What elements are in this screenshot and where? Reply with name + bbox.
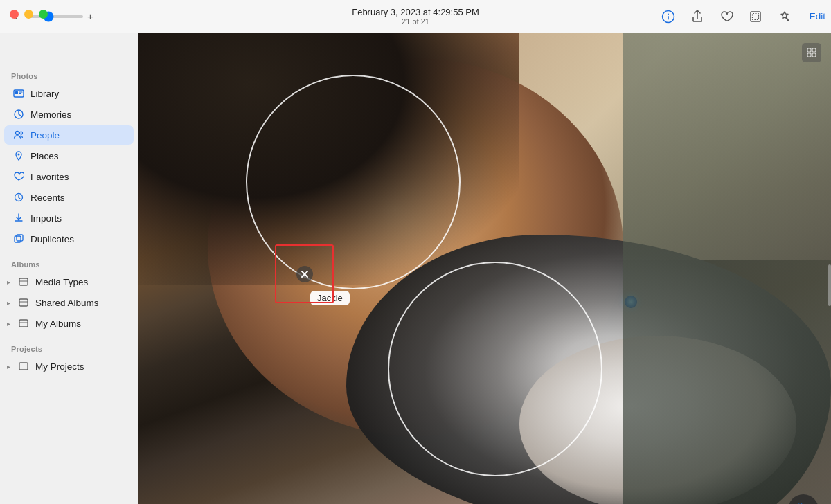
info-button[interactable] xyxy=(659,7,678,26)
minimize-button[interactable] xyxy=(24,10,33,19)
svg-rect-2 xyxy=(668,16,669,20)
share-button[interactable] xyxy=(688,7,707,26)
sidebar-item-favorites-label: Favorites xyxy=(30,172,125,182)
sidebar-item-memories[interactable]: Memories xyxy=(4,105,134,124)
maximize-button[interactable] xyxy=(39,10,48,19)
crop-button[interactable] xyxy=(746,7,765,26)
toolbar-right-actions: Edit xyxy=(659,7,831,26)
my-projects-chevron: ▸ xyxy=(7,363,10,370)
photo-count: 21 of 21 xyxy=(352,17,479,26)
photo-grid-icon[interactable] xyxy=(802,43,821,62)
zoom-plus-button[interactable]: + xyxy=(87,10,93,22)
my-albums-chevron: ▸ xyxy=(7,320,10,327)
sidebar-item-shared-albums-label: Shared Albums xyxy=(35,298,125,308)
sidebar-item-people-label: People xyxy=(30,130,125,141)
svg-rect-19 xyxy=(19,320,28,327)
svg-rect-4 xyxy=(752,13,758,19)
face-confirm-box[interactable] xyxy=(275,244,334,303)
svg-rect-26 xyxy=(812,53,816,57)
memories-icon xyxy=(12,108,25,120)
svg-point-1 xyxy=(668,13,669,15)
favorites-icon xyxy=(12,170,25,183)
svg-rect-18 xyxy=(19,299,28,306)
app-window: ‹ + February 3, 2023 at 4:29:55 PM 21 of… xyxy=(0,0,831,504)
sidebar-item-library-label: Library xyxy=(30,89,125,99)
favorite-button[interactable] xyxy=(717,7,736,26)
svg-rect-23 xyxy=(807,48,811,52)
sidebar-item-recents[interactable]: Recents xyxy=(4,188,134,207)
projects-section-label: Projects xyxy=(0,339,138,356)
sidebar-item-imports-label: Imports xyxy=(30,213,125,224)
enhance-button[interactable] xyxy=(775,7,794,26)
app-layout: Photos Library xyxy=(0,33,831,504)
svg-point-12 xyxy=(18,154,20,156)
sidebar-item-imports[interactable]: Imports xyxy=(4,208,134,228)
sidebar-item-my-albums-label: My Albums xyxy=(35,318,125,329)
titlebar: ‹ + February 3, 2023 at 4:29:55 PM 21 of… xyxy=(0,0,831,33)
sidebar-item-media-types-label: Media Types xyxy=(35,277,125,287)
media-types-chevron: ▸ xyxy=(7,278,10,286)
albums-section-label: Albums xyxy=(0,255,138,271)
sidebar: Photos Library xyxy=(0,33,138,504)
sidebar-item-my-projects-label: My Projects xyxy=(35,361,125,372)
shared-albums-icon xyxy=(17,296,30,309)
sidebar-item-places-label: Places xyxy=(30,151,125,161)
face-close-icon[interactable] xyxy=(296,266,313,282)
sidebar-item-recents-label: Recents xyxy=(30,192,125,203)
main-content: Jackie Ruby xyxy=(138,33,831,504)
shared-albums-chevron: ▸ xyxy=(7,299,10,307)
sidebar-item-my-albums[interactable]: ▸ My Albums xyxy=(4,314,134,333)
traffic-lights xyxy=(10,10,48,19)
my-projects-icon xyxy=(17,360,30,372)
photos-section-label: Photos xyxy=(0,66,138,83)
sidebar-item-shared-albums[interactable]: ▸ Shared Albums xyxy=(4,293,134,312)
sidebar-item-memories-label: Memories xyxy=(30,109,125,120)
media-types-icon xyxy=(17,276,30,288)
svg-rect-20 xyxy=(19,363,28,370)
sidebar-item-duplicates[interactable]: Duplicates xyxy=(4,229,134,249)
sidebar-item-places[interactable]: Places xyxy=(4,146,134,165)
svg-rect-16 xyxy=(19,278,28,285)
sidebar-item-favorites[interactable]: Favorites xyxy=(4,167,134,186)
sidebar-item-media-types[interactable]: ▸ Media Types xyxy=(4,272,134,291)
paw-icon: 🐾 xyxy=(795,501,812,504)
svg-point-10 xyxy=(16,132,19,135)
recents-icon xyxy=(12,191,25,204)
photo-date: February 3, 2023 at 4:29:55 PM xyxy=(352,7,479,17)
library-icon xyxy=(12,87,25,100)
close-button[interactable] xyxy=(10,10,19,19)
scroll-handle[interactable] xyxy=(828,264,831,306)
photo-info-center: February 3, 2023 at 4:29:55 PM 21 of 21 xyxy=(352,7,479,26)
edit-button[interactable]: Edit xyxy=(804,8,831,24)
sidebar-item-people[interactable]: People xyxy=(4,125,134,145)
sidebar-item-library[interactable]: Library xyxy=(4,84,134,103)
svg-rect-25 xyxy=(807,53,811,57)
sidebar-item-my-projects[interactable]: ▸ My Projects xyxy=(4,357,134,376)
svg-rect-24 xyxy=(812,48,816,52)
photo-area[interactable]: Jackie Ruby xyxy=(138,33,831,504)
my-albums-icon xyxy=(17,317,30,330)
imports-icon xyxy=(12,212,25,224)
duplicates-icon xyxy=(12,233,25,245)
places-icon xyxy=(12,150,25,162)
sidebar-item-duplicates-label: Duplicates xyxy=(30,234,125,244)
svg-rect-6 xyxy=(15,91,18,94)
svg-point-11 xyxy=(20,132,23,134)
photo-canvas xyxy=(138,33,831,504)
people-icon xyxy=(12,129,25,141)
